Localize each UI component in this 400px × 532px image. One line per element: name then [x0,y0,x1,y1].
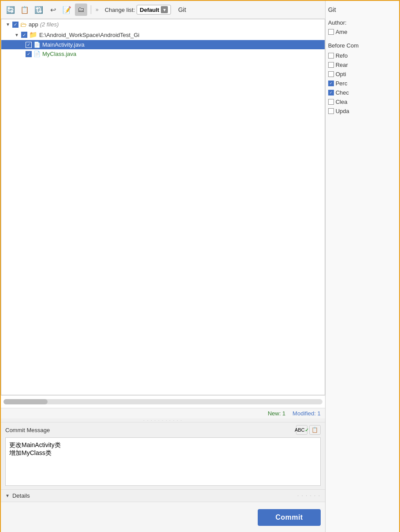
details-drag-dots: · · · · · · [297,493,321,498]
option-perf: Perc [336,80,348,87]
checkbox-path[interactable] [21,32,27,38]
change-list-dropdown[interactable]: Default ▼ [137,5,171,15]
option-chec: Chec [336,89,349,96]
before-commit-section: Before Com Refo Rear Opti Perc Chec [328,42,396,117]
change-list-value: Default [140,7,159,13]
checkbox-upda[interactable] [328,108,334,114]
git-panel-header: Git [328,4,396,15]
author-label: Author: [328,19,396,26]
folder-button[interactable]: 🗂 [75,4,87,16]
author-row[interactable]: Ame [328,29,396,35]
change-list-area: Change list: Default ▼ [105,5,171,15]
folder-icon-path: 📁 [29,31,37,39]
path-text: E:\Android_WorkSpace\AndroidTest_Gi [39,32,139,38]
commit-header-buttons: ABC✓ 📋 [296,425,321,435]
option-clea: Clea [336,99,348,105]
checkbox-rear[interactable] [328,62,334,68]
commit-section: Commit Message ABC✓ 📋 更改MainActivity类 增加… [1,422,325,489]
edit-button[interactable]: 📝 [61,4,73,16]
refresh-button[interactable]: 🔄 [4,4,17,16]
spell-check-icon: ABC✓ [295,427,309,433]
status-modified: Modified: 1 [293,410,321,417]
scrollbar-track[interactable] [4,399,322,404]
status-new: New: 1 [268,410,285,417]
checkbox-chec[interactable] [328,90,334,95]
option-row-chec[interactable]: Chec [328,89,396,96]
checkbox-opti[interactable] [328,71,334,77]
spell-check-button[interactable]: ABC✓ [296,425,307,435]
git-header-label: Git [178,6,186,13]
checkbox-mainactivity[interactable] [26,42,32,48]
status-bar: New: 1 Modified: 1 [1,408,325,418]
bottom-bar: Commit [1,502,325,532]
option-row-refo[interactable]: Refo [328,52,396,59]
commit-header: Commit Message ABC✓ 📋 [1,422,325,437]
checkbox-refo[interactable] [328,53,334,59]
details-expand-icon: ▼ [5,493,10,498]
author-name: Ame [336,29,348,35]
file-tree: ▼ 🗁 app (2 files) ▼ 📁 E:\Android_WorkSpa… [1,19,325,395]
change-list-label: Change list: [105,7,135,13]
folder-icon-app: 🗁 [20,21,27,28]
option-row-perf[interactable]: Perc [328,80,396,87]
java-icon-mainactivity: 📄 [33,41,41,48]
author-section: Author: Ame [328,19,396,35]
option-rear: Rear [336,62,348,68]
details-header[interactable]: ▼ Details · · · · · · [5,492,321,499]
dropdown-arrow-icon: ▼ [161,6,168,13]
details-section: ▼ Details · · · · · · [1,489,325,502]
author-checkbox[interactable] [328,29,334,35]
option-upda: Upda [336,108,349,114]
scrollbar-thumb[interactable] [4,399,48,404]
commit-message-title: Commit Message [5,427,50,433]
option-row-rear[interactable]: Rear [328,62,396,68]
expand-arrow-app: ▼ [6,22,11,27]
checkbox-myclass[interactable] [26,51,32,57]
horizontal-scrollbar[interactable] [1,395,325,408]
tree-item-myclass[interactable]: 📄 MyClass.java [1,49,325,59]
checkbox-app[interactable] [12,22,19,28]
undo-button[interactable]: ↩ [47,4,59,16]
filename-mainactivity: MainActivity.java [42,41,85,48]
template-icon: 📋 [311,427,318,433]
commit-button[interactable]: Commit [258,509,321,526]
details-title: Details [12,492,30,499]
drag-handle[interactable]: · · · · · · · · · · · [1,418,325,422]
checkbox-perf[interactable] [328,81,334,86]
filename-myclass: MyClass.java [42,51,76,57]
checkbox-clea[interactable] [328,99,334,105]
template-button[interactable]: 📋 [309,425,321,435]
commit-message-input[interactable]: 更改MainActivity类 增加MyClass类 [5,437,321,486]
java-icon-myclass: 📄 [33,51,41,57]
ellipsis: » [96,7,99,13]
expand-arrow-path: ▼ [15,33,20,37]
option-opti: Opti [336,71,346,77]
before-commit-label: Before Com [328,42,396,49]
separator [91,5,91,14]
option-row-upda[interactable]: Upda [328,108,396,114]
toolbar: 🔄 📋 🔃 ↩ 📝 🗂 » Change list: Default ▼ Git [1,1,325,19]
tree-item-mainactivity[interactable]: 📄 MainActivity.java [1,40,325,49]
app-subtext: (2 files) [40,21,59,28]
sync-button[interactable]: 🔃 [33,4,45,16]
right-panel: Git Author: Ame Before Com Refo Rear Opt… [326,1,399,532]
option-refo: Refo [336,52,348,59]
tree-item-path[interactable]: ▼ 📁 E:\Android_WorkSpace\AndroidTest_Gi [1,29,325,40]
copy-button[interactable]: 📋 [19,4,31,16]
option-row-clea[interactable]: Clea [328,99,396,105]
tree-item-app[interactable]: ▼ 🗁 app (2 files) [1,19,325,29]
option-row-opti[interactable]: Opti [328,71,396,77]
app-label: app [29,21,38,28]
